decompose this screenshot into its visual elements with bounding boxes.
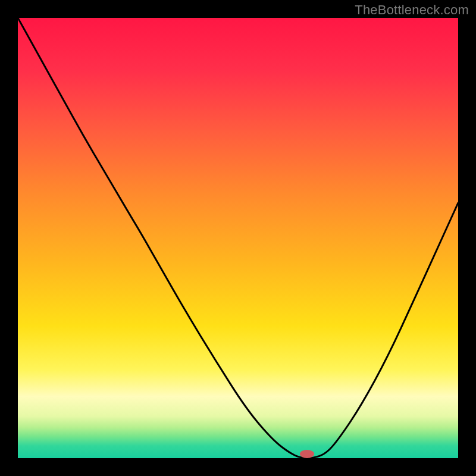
minimum-marker [300,450,314,458]
chart-container: TheBottleneck.com [0,0,476,476]
bottleneck-chart [0,0,476,476]
plot-background [18,18,458,458]
watermark-text: TheBottleneck.com [355,2,469,18]
